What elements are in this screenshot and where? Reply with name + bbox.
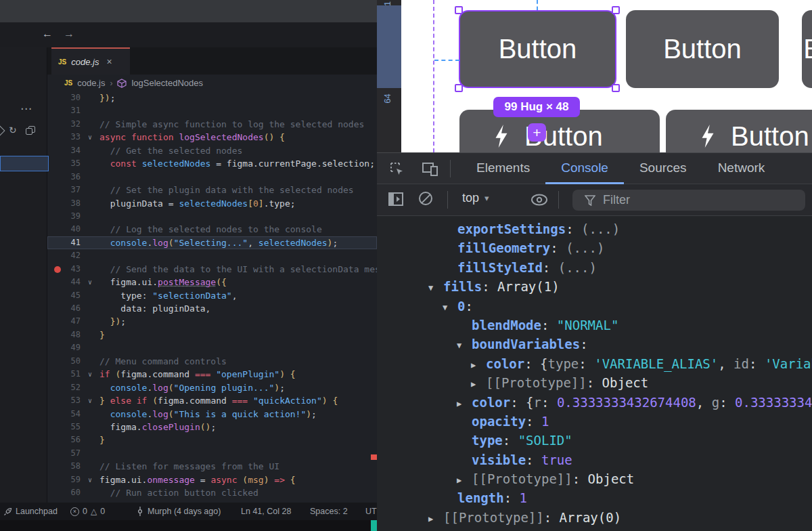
expand-arrow-open-icon[interactable]: ▼ (457, 336, 472, 354)
code-line[interactable]: 55 figma.closePlugin(); (47, 421, 377, 433)
launchpad-item[interactable]: Launchpad (3, 503, 58, 520)
canvas-button[interactable]: Button (626, 10, 779, 88)
code-line[interactable]: 31 (47, 104, 377, 117)
code-line[interactable]: 46 data: pluginData, (47, 302, 377, 315)
expand-arrow-open-icon[interactable]: ▼ (428, 278, 443, 296)
code-line[interactable]: 50// Menu command controls (47, 355, 377, 368)
expand-arrow-closed-icon[interactable]: ▶ (457, 394, 472, 412)
glyph-margin[interactable] (47, 355, 64, 368)
code-line[interactable]: 45 type: "selectionData", (47, 289, 377, 302)
expand-arrow-closed-icon[interactable]: ▶ (457, 471, 472, 488)
code-line[interactable]: 30}); (47, 91, 377, 104)
glyph-margin[interactable] (47, 197, 64, 210)
fold-chevron-icon[interactable]: ∨ (81, 131, 99, 144)
code-line[interactable]: 32// Simple async function to log the se… (47, 118, 377, 131)
code-line[interactable]: 39 (47, 210, 377, 223)
glyph-margin[interactable] (47, 210, 64, 223)
selection-handle[interactable] (612, 84, 620, 92)
canvas-button-selected[interactable]: Button (459, 10, 616, 88)
fold-chevron-icon[interactable]: ∨ (81, 473, 99, 486)
code-line[interactable]: 59∨figma.ui.onmessage = async (msg) => { (47, 473, 377, 486)
scm-blame-item[interactable]: Murph (4 days ago) (136, 503, 221, 520)
glyph-margin[interactable] (47, 421, 64, 433)
devtools-tab-elements[interactable]: Elements (461, 153, 545, 184)
glyph-margin[interactable] (47, 433, 64, 446)
collapse-all-icon[interactable] (26, 126, 35, 135)
glyph-margin[interactable] (47, 341, 64, 354)
code-line[interactable]: 42 (47, 249, 377, 262)
code-line[interactable]: 37 // Set the plugin data with the selec… (47, 184, 377, 196)
problems-item[interactable]: × 0 △ 0 (70, 503, 105, 520)
code-line[interactable]: 56} (47, 433, 377, 446)
devtools-tab-network[interactable]: Network (702, 153, 781, 184)
tab-code-js[interactable]: JS code.js × (51, 47, 130, 75)
glyph-margin[interactable] (47, 104, 64, 117)
context-selector[interactable]: top ▾ (462, 191, 489, 205)
code-line[interactable]: 40 // Log the selected nodes to the cons… (47, 223, 377, 236)
code-line[interactable]: 53∨} else if (figma.command === "quickAc… (47, 394, 377, 407)
canvas-button[interactable]: Button (802, 10, 812, 88)
dock-side-icon[interactable] (388, 192, 404, 207)
glyph-margin[interactable] (47, 447, 64, 460)
breadcrumb-symbol[interactable]: logSelectedNodes (131, 78, 203, 88)
code-line[interactable]: 54 console.log("This is a quick action!"… (47, 408, 377, 421)
glyph-margin[interactable] (47, 486, 64, 499)
code-line[interactable]: 44∨ figma.ui.postMessage({ (47, 276, 377, 289)
devtools-tab-console[interactable]: Console (545, 153, 624, 184)
glyph-margin[interactable] (47, 381, 64, 394)
glyph-margin[interactable] (47, 171, 64, 184)
console-rows[interactable]: exportSettings: (...)fillGeometry: (...)… (377, 216, 812, 531)
selection-handle[interactable] (612, 6, 620, 14)
code-line[interactable]: 52 console.log("Opening plugin..."); (47, 381, 377, 394)
back-button[interactable]: ← (42, 28, 53, 40)
expand-arrow-open-icon[interactable]: ▼ (443, 298, 457, 316)
breadcrumb-file[interactable]: code.js (77, 78, 105, 88)
code-line[interactable]: 43 // Send the data to the UI with a sel… (47, 263, 377, 276)
code-line[interactable]: 36 (47, 171, 377, 184)
code-line[interactable]: 49 (47, 341, 377, 354)
forward-button[interactable]: → (64, 28, 74, 40)
device-toolbar-icon[interactable] (422, 161, 439, 177)
code-line[interactable]: 33∨async function logSelectedNodes() { (47, 131, 377, 144)
code-line[interactable]: 34 // Get the selected nodes (47, 144, 377, 157)
code-line[interactable]: 41 console.log("Selecting...", selectedN… (47, 236, 377, 249)
code-line[interactable]: 57 (47, 447, 377, 460)
glyph-margin[interactable] (47, 408, 64, 421)
expand-arrow-closed-icon[interactable]: ▶ (471, 356, 486, 373)
fold-chevron-icon[interactable]: ∨ (81, 394, 99, 407)
expand-arrow-closed-icon[interactable]: ▶ (428, 509, 443, 527)
glyph-margin[interactable] (47, 144, 64, 157)
fold-chevron-icon[interactable]: ∨ (81, 368, 99, 381)
close-tab-icon[interactable]: × (106, 56, 112, 67)
selection-handle[interactable] (455, 6, 463, 14)
glyph-margin[interactable] (47, 302, 64, 315)
glyph-margin[interactable] (47, 328, 64, 341)
expand-arrow-closed-icon[interactable]: ▶ (471, 375, 486, 392)
glyph-margin[interactable] (47, 157, 64, 170)
glyph-margin[interactable] (47, 460, 64, 473)
selection-handle[interactable] (455, 84, 463, 92)
glyph-margin[interactable] (47, 223, 64, 236)
glyph-margin[interactable] (47, 249, 64, 262)
glyph-margin[interactable] (47, 118, 64, 131)
pin-icon[interactable] (0, 125, 5, 137)
indentation-item[interactable]: Spaces: 2 (310, 503, 348, 520)
glyph-margin[interactable] (47, 184, 64, 196)
selected-list-item[interactable] (0, 156, 49, 171)
glyph-margin[interactable] (47, 368, 64, 381)
breadcrumb[interactable]: JS code.js › logSelectedNodes (47, 75, 377, 91)
inspect-element-icon[interactable] (389, 161, 405, 177)
cursor-position-item[interactable]: Ln 41, Col 28 (241, 503, 291, 520)
devtools-tab-sources[interactable]: Sources (624, 153, 702, 184)
add-component-button[interactable]: + (528, 123, 546, 142)
glyph-margin[interactable] (47, 276, 64, 289)
clear-console-icon[interactable] (419, 192, 432, 205)
code-line[interactable]: 51∨if (figma.command === "openPlugin") { (47, 368, 377, 381)
encoding-item[interactable]: UTF-8 (365, 503, 377, 520)
glyph-margin[interactable] (47, 315, 64, 328)
glyph-margin[interactable] (47, 394, 64, 407)
code-editor[interactable]: 30});3132// Simple async function to log… (47, 91, 377, 503)
more-actions-button[interactable]: ⋯ (20, 102, 32, 116)
code-line[interactable]: 35 const selectedNodes = figma.currentPa… (47, 157, 377, 170)
refresh-icon[interactable]: ↻ (9, 125, 17, 135)
